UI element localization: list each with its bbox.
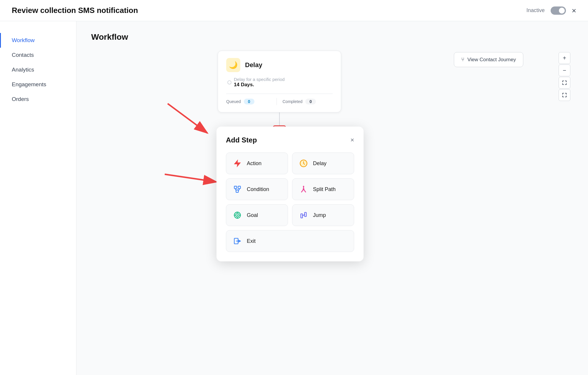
main-layout: Workflow Contacts Analytics Engagements … bbox=[0, 21, 588, 375]
stat-completed: Completed 0 bbox=[277, 99, 333, 104]
completed-count: 0 bbox=[305, 99, 316, 104]
zoom-fit-button-1[interactable] bbox=[559, 77, 570, 89]
sidebar: Workflow Contacts Analytics Engagements … bbox=[0, 21, 76, 375]
delay-description-wrapper: Delay for a specific period 14 Days. bbox=[234, 77, 285, 88]
sidebar-item-engagements[interactable]: Engagements bbox=[0, 77, 76, 92]
delay-value: 14 Days. bbox=[234, 82, 285, 88]
goal-icon bbox=[232, 210, 243, 220]
delay-label: Delay bbox=[313, 160, 327, 167]
condition-icon bbox=[232, 184, 243, 195]
step-action[interactable]: Action bbox=[226, 152, 288, 174]
action-label: Action bbox=[247, 160, 261, 167]
active-toggle[interactable] bbox=[551, 6, 566, 15]
step-jump[interactable]: Jump bbox=[292, 204, 354, 226]
delay-card-header: 🌙 Delay bbox=[226, 58, 333, 72]
zoom-out-button[interactable]: − bbox=[559, 64, 570, 76]
step-condition[interactable]: Condition bbox=[226, 178, 288, 200]
exit-icon bbox=[232, 236, 243, 246]
add-step-modal: Add Step × Action bbox=[216, 127, 364, 261]
queued-count: 0 bbox=[244, 99, 254, 104]
delay-card-title: Delay bbox=[245, 61, 262, 69]
status-label: Inactive bbox=[527, 7, 545, 14]
step-delay[interactable]: Delay bbox=[292, 152, 354, 174]
svg-point-12 bbox=[303, 188, 304, 190]
sidebar-item-analytics[interactable]: Analytics bbox=[0, 62, 76, 77]
svg-marker-3 bbox=[234, 160, 241, 167]
header: Review collection SMS notification Inact… bbox=[0, 0, 588, 21]
delay-card: 🌙 Delay Delay for a specific period 14 D… bbox=[218, 51, 341, 112]
split-path-icon bbox=[298, 184, 309, 195]
jump-label: Jump bbox=[313, 212, 326, 218]
step-options-grid: Action Delay bbox=[226, 152, 354, 252]
step-split-path[interactable]: Split Path bbox=[292, 178, 354, 200]
close-button[interactable]: × bbox=[572, 7, 576, 14]
stat-queued: Queued 0 bbox=[226, 99, 276, 104]
svg-rect-5 bbox=[234, 186, 237, 189]
condition-label: Condition bbox=[247, 186, 269, 193]
svg-rect-7 bbox=[236, 190, 238, 192]
svg-rect-6 bbox=[238, 186, 240, 189]
delay-card-icon: 🌙 bbox=[226, 58, 240, 72]
step-goal[interactable]: Goal bbox=[226, 204, 288, 226]
view-contact-journey-button[interactable]: ⑂ View Contact Journey bbox=[454, 52, 523, 67]
workflow-page-title: Workflow bbox=[91, 32, 128, 42]
modal-title: Add Step bbox=[226, 136, 257, 144]
svg-point-16 bbox=[237, 215, 238, 216]
step-exit[interactable]: Exit bbox=[226, 230, 354, 252]
split-path-label: Split Path bbox=[313, 186, 336, 193]
exit-label: Exit bbox=[247, 238, 256, 244]
zoom-in-button[interactable]: + bbox=[559, 52, 570, 64]
queued-label: Queued bbox=[226, 99, 241, 104]
delay-stats: Queued 0 Completed 0 bbox=[226, 94, 333, 105]
jump-icon bbox=[298, 210, 309, 220]
action-icon bbox=[232, 158, 243, 169]
modal-close-button[interactable]: × bbox=[350, 137, 354, 143]
completed-label: Completed bbox=[283, 99, 303, 104]
journey-icon: ⑂ bbox=[461, 57, 464, 63]
svg-point-13 bbox=[303, 186, 304, 187]
page-title: Review collection SMS notification bbox=[12, 6, 138, 15]
view-journey-label: View Contact Journey bbox=[467, 57, 516, 63]
delay-icon bbox=[298, 158, 309, 169]
header-controls: Inactive × bbox=[527, 6, 576, 15]
zoom-controls: + − bbox=[559, 52, 570, 101]
sidebar-item-orders[interactable]: Orders bbox=[0, 92, 76, 107]
sidebar-item-workflow[interactable]: Workflow bbox=[0, 33, 76, 48]
goal-label: Goal bbox=[247, 212, 258, 218]
sidebar-item-contacts[interactable]: Contacts bbox=[0, 48, 76, 62]
zoom-fit-button-2[interactable] bbox=[559, 89, 570, 101]
svg-line-2 bbox=[165, 174, 216, 182]
workflow-canvas: Workflow 🌙 Delay D bbox=[76, 21, 588, 375]
modal-header: Add Step × bbox=[226, 136, 354, 144]
delay-description: Delay for a specific period bbox=[234, 77, 285, 82]
svg-line-1 bbox=[168, 104, 207, 133]
